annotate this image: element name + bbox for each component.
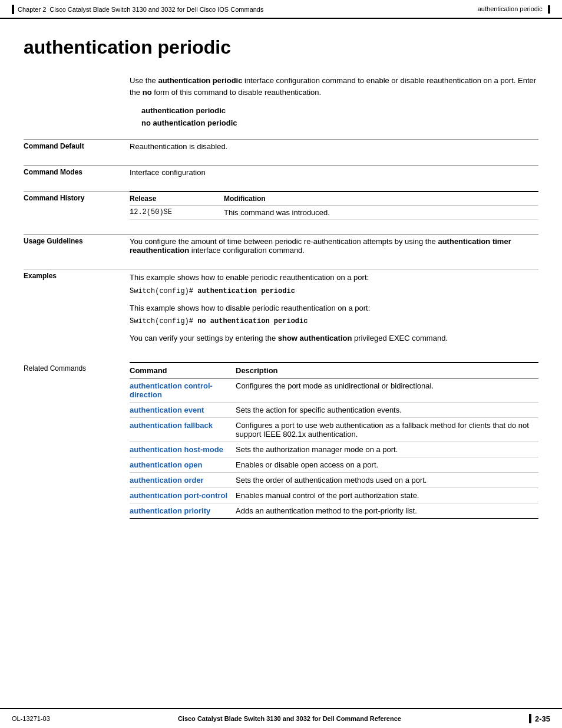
- default-label-text: Command Default: [24, 139, 130, 150]
- command-history-content: Release Modification 12.2(50)SE This com…: [130, 191, 538, 220]
- related-col-command: Command: [130, 363, 236, 378]
- related-command-0[interactable]: authentication control-direction: [130, 378, 236, 402]
- description-paragraph: Use the authentication periodic interfac…: [130, 75, 538, 98]
- related-desc-4: Enables or disable open access on a port…: [236, 457, 538, 472]
- verify-end: privileged EXEC command.: [352, 334, 448, 342]
- examples-content-inner: This example shows how to enable periodi…: [130, 269, 538, 344]
- history-modification: This command was introduced.: [224, 206, 538, 220]
- usage-guidelines-label-col: Usage Guidelines: [24, 234, 130, 255]
- command-history-section: Command History Release Modification 12.…: [24, 191, 538, 220]
- footer-right-text: 2-35: [535, 714, 550, 723]
- related-command-6[interactable]: authentication port-control: [130, 487, 236, 503]
- footer-right-bar: [529, 714, 531, 723]
- related-command-1[interactable]: authentication event: [130, 402, 236, 417]
- description-section: Use the authentication periodic interfac…: [130, 75, 538, 127]
- header-bar: [12, 5, 14, 14]
- related-command-link-4[interactable]: authentication open: [130, 460, 203, 469]
- example-item-0: This example shows how to enable periodi…: [130, 272, 538, 295]
- footer-left: OL-13271-03: [12, 715, 50, 722]
- command-modes-text: Interface configuration: [130, 168, 206, 177]
- command-modes-label-col: Command Modes: [24, 165, 130, 177]
- related-command-7[interactable]: authentication priority: [130, 503, 236, 518]
- footer-left-text: OL-13271-03: [12, 715, 50, 722]
- desc-command-bold: authentication periodic: [158, 76, 242, 85]
- modes-label-wrap: Command Modes: [24, 165, 130, 176]
- related-desc-2: Configures a port to use web authenticat…: [236, 417, 538, 442]
- examples-content-col: This example shows how to enable periodi…: [130, 269, 538, 348]
- related-desc-6: Enables manual control of the port autho…: [236, 487, 538, 503]
- header-right: authentication periodic: [478, 5, 550, 14]
- page-header: Chapter 2 Cisco Catalyst Blade Switch 31…: [0, 0, 562, 19]
- command-modes-section: Command Modes Interface configuration: [24, 165, 538, 177]
- related-commands-table: Command Description authentication contr…: [130, 362, 538, 519]
- header-right-bar: [548, 5, 550, 14]
- related-label-text: Related Commands: [24, 364, 86, 373]
- command-modes-label: Command Modes: [24, 168, 82, 176]
- usage-guidelines-content: You configure the amount of time between…: [130, 234, 538, 255]
- related-row: authentication port-control Enables manu…: [130, 487, 538, 503]
- command-default-text: Reauthentication is disabled.: [130, 142, 227, 151]
- example-desc-1: This example shows how to disable period…: [130, 302, 538, 314]
- default-label: Command Default: [24, 142, 84, 150]
- related-command-link-5[interactable]: authentication order: [130, 476, 204, 485]
- related-row: authentication host-mode Sets the author…: [130, 442, 538, 457]
- modes-content-inner: Interface configuration: [130, 165, 538, 177]
- command-default-label: Command Default: [24, 139, 130, 151]
- related-desc-3: Sets the authorization manager mode on a…: [236, 442, 538, 457]
- usage-label-wrap: Usage Guidelines: [24, 234, 130, 245]
- verify-bold: show authentication: [278, 334, 352, 342]
- related-commands-section: Related Commands Command Description aut…: [24, 362, 538, 519]
- example-code-0: Switch(config)# authentication periodic: [130, 287, 538, 295]
- related-desc-0: Configures the port mode as unidirection…: [236, 378, 538, 402]
- chapter-label: Chapter 2: [18, 6, 46, 13]
- related-command-link-2[interactable]: authentication fallback: [130, 421, 213, 430]
- usage-content-inner: You configure the amount of time between…: [130, 234, 538, 255]
- history-col-modification: Modification: [224, 192, 538, 206]
- related-command-5[interactable]: authentication order: [130, 472, 236, 487]
- history-release: 12.2(50)SE: [130, 206, 224, 220]
- command-history-table: Release Modification 12.2(50)SE This com…: [130, 191, 538, 220]
- related-row: authentication order Sets the order of a…: [130, 472, 538, 487]
- footer-center-text: Cisco Catalyst Blade Switch 3130 and 303…: [178, 715, 401, 722]
- related-row: authentication fallback Configures a por…: [130, 417, 538, 442]
- syntax-line-2: no authentication periodic: [141, 118, 538, 127]
- usage-guidelines-section: Usage Guidelines You configure the amoun…: [24, 234, 538, 255]
- history-label-wrap: Command History: [24, 191, 130, 202]
- related-command-link-6[interactable]: authentication port-control: [130, 491, 227, 500]
- history-col-release: Release: [130, 192, 224, 206]
- header-left: Chapter 2 Cisco Catalyst Blade Switch 31…: [12, 5, 263, 14]
- related-row: authentication priority Adds an authenti…: [130, 503, 538, 518]
- related-label-wrap: Related Commands: [24, 362, 130, 373]
- command-modes-content: Interface configuration: [130, 165, 538, 177]
- command-default-section: Command Default Reauthentication is disa…: [24, 139, 538, 151]
- related-content-col: Command Description authentication contr…: [130, 362, 538, 519]
- footer-right: 2-35: [529, 714, 550, 723]
- header-title: Cisco Catalyst Blade Switch 3130 and 303…: [49, 6, 263, 13]
- page-content: authentication periodic Use the authenti…: [0, 19, 562, 714]
- usage-guidelines-label: Usage Guidelines: [24, 237, 83, 245]
- related-command-link-0[interactable]: authentication control-direction: [130, 381, 213, 399]
- related-command-link-7[interactable]: authentication priority: [130, 506, 210, 515]
- example-code-1: Switch(config)# no authentication period…: [130, 317, 538, 325]
- default-content-inner: Reauthentication is disabled.: [130, 139, 538, 151]
- related-header-row: Command Description: [130, 363, 538, 378]
- usage-text1: You configure the amount of time between…: [130, 237, 438, 246]
- related-command-2[interactable]: authentication fallback: [130, 417, 236, 442]
- example-item-1: This example shows how to disable period…: [130, 302, 538, 326]
- command-default-content: Reauthentication is disabled.: [130, 139, 538, 151]
- examples-label-wrap: Examples: [24, 269, 130, 280]
- related-command-3[interactable]: authentication host-mode: [130, 442, 236, 457]
- verify-text: You can verify your settings by entering…: [130, 334, 278, 342]
- footer-center: Cisco Catalyst Blade Switch 3130 and 303…: [50, 715, 529, 722]
- related-command-4[interactable]: authentication open: [130, 457, 236, 472]
- related-desc-1: Sets the action for specific authenticat…: [236, 402, 538, 417]
- examples-section: Examples This example shows how to enabl…: [24, 269, 538, 348]
- related-command-link-3[interactable]: authentication host-mode: [130, 445, 223, 454]
- page-footer: OL-13271-03 Cisco Catalyst Blade Switch …: [0, 708, 562, 728]
- usage-text2: interface configuration command.: [189, 246, 305, 255]
- related-desc-5: Sets the order of authentication methods…: [236, 472, 538, 487]
- examples-label-text: Examples: [24, 272, 57, 280]
- related-command-link-1[interactable]: authentication event: [130, 406, 204, 414]
- syntax-line-1: authentication periodic: [141, 106, 538, 115]
- header-right-text: authentication periodic: [478, 5, 543, 12]
